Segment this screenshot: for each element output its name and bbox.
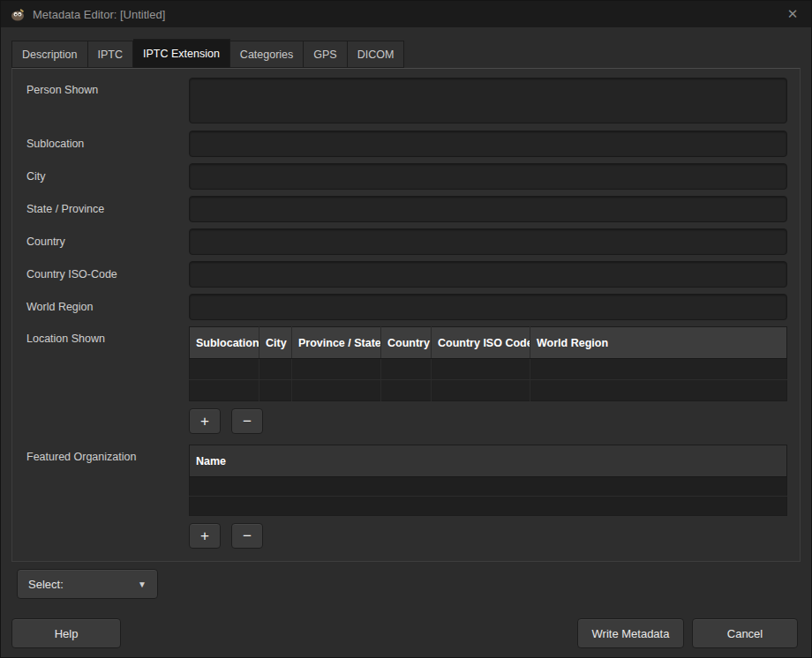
location-shown-row-2[interactable] bbox=[190, 380, 787, 401]
form-row-sublocation: Sublocation bbox=[26, 131, 787, 157]
cell[interactable] bbox=[259, 359, 292, 380]
country-iso-code-label: Country ISO-Code bbox=[26, 261, 189, 288]
cell[interactable] bbox=[381, 359, 432, 380]
location-shown-table-buttons: + − bbox=[189, 408, 787, 434]
tab-bar: Description IPTC IPTC Extension Categori… bbox=[1, 27, 811, 68]
cell[interactable] bbox=[530, 380, 787, 401]
tab-categories[interactable]: Categories bbox=[230, 41, 304, 68]
featured-organization-remove-button[interactable]: − bbox=[231, 523, 263, 549]
featured-organization-table-buttons: + − bbox=[189, 523, 787, 549]
cancel-button[interactable]: Cancel bbox=[692, 618, 798, 648]
cell[interactable] bbox=[190, 380, 259, 401]
cell[interactable] bbox=[292, 380, 381, 401]
help-button[interactable]: Help bbox=[11, 618, 121, 648]
featured-organization-row-2[interactable] bbox=[190, 497, 787, 516]
column-header-sublocation[interactable]: Sublocation bbox=[190, 327, 259, 359]
location-shown-remove-button[interactable]: − bbox=[231, 408, 263, 434]
dialog-action-bar: Help Write Metadata Cancel bbox=[11, 618, 798, 648]
gimp-wilber-icon bbox=[10, 8, 26, 21]
cell[interactable] bbox=[190, 359, 259, 380]
tab-dicom[interactable]: DICOM bbox=[348, 41, 405, 68]
state-province-input[interactable] bbox=[189, 196, 787, 222]
city-input[interactable] bbox=[189, 163, 787, 190]
form-row-location-shown: Location Shown Sublocation City Province… bbox=[26, 326, 787, 434]
form-row-state-province: State / Province bbox=[26, 196, 787, 222]
column-header-city[interactable]: City bbox=[259, 327, 292, 359]
chevron-down-icon: ▼ bbox=[138, 579, 147, 589]
select-row: Select: ▼ bbox=[17, 569, 811, 599]
cell[interactable] bbox=[432, 380, 530, 401]
form-row-country-iso-code: Country ISO-Code bbox=[26, 261, 787, 288]
country-iso-code-input[interactable] bbox=[189, 261, 787, 288]
location-shown-add-button[interactable]: + bbox=[189, 408, 221, 434]
column-header-name[interactable]: Name bbox=[190, 445, 787, 477]
featured-organization-add-button[interactable]: + bbox=[189, 523, 221, 549]
column-header-country-iso-code[interactable]: Country ISO Code bbox=[432, 327, 530, 359]
column-header-world-region[interactable]: World Region bbox=[530, 327, 787, 359]
tab-gps[interactable]: GPS bbox=[304, 41, 347, 68]
select-dropdown[interactable]: Select: ▼ bbox=[17, 569, 158, 599]
sublocation-label: Sublocation bbox=[26, 131, 189, 157]
cell[interactable] bbox=[190, 477, 787, 497]
tab-iptc-extension[interactable]: IPTC Extension bbox=[133, 39, 230, 68]
world-region-label: World Region bbox=[26, 294, 189, 320]
write-metadata-button[interactable]: Write Metadata bbox=[577, 618, 684, 648]
sublocation-input[interactable] bbox=[189, 131, 787, 157]
tab-iptc[interactable]: IPTC bbox=[88, 41, 133, 68]
country-label: Country bbox=[26, 228, 189, 255]
form-row-world-region: World Region bbox=[26, 294, 787, 320]
title-bar: Metadata Editor: [Untitled] ✕ bbox=[1, 1, 811, 27]
iptc-extension-panel: Person Shown Sublocation City State / Pr… bbox=[11, 68, 801, 562]
person-shown-label: Person Shown bbox=[26, 78, 189, 123]
location-shown-label: Location Shown bbox=[26, 326, 189, 434]
featured-organization-label: Featured Organization bbox=[26, 445, 189, 549]
column-header-country[interactable]: Country bbox=[381, 327, 432, 359]
cell[interactable] bbox=[259, 380, 292, 401]
metadata-editor-window: Metadata Editor: [Untitled] ✕ Descriptio… bbox=[0, 0, 812, 658]
featured-organization-table[interactable]: Name bbox=[189, 445, 787, 516]
form-row-featured-organization: Featured Organization Name + − bbox=[26, 445, 787, 549]
column-header-province-state[interactable]: Province / State bbox=[292, 327, 381, 359]
world-region-input[interactable] bbox=[189, 294, 787, 320]
cell[interactable] bbox=[432, 359, 530, 380]
select-dropdown-label: Select: bbox=[28, 578, 64, 591]
featured-organization-header-row: Name bbox=[190, 445, 787, 477]
tab-description[interactable]: Description bbox=[11, 41, 88, 68]
cell[interactable] bbox=[292, 359, 381, 380]
form-row-person-shown: Person Shown bbox=[26, 78, 787, 123]
featured-organization-row-1[interactable] bbox=[190, 477, 787, 497]
location-shown-header-row: Sublocation City Province / State Countr… bbox=[190, 327, 787, 359]
country-input[interactable] bbox=[189, 228, 787, 255]
window-title: Metadata Editor: [Untitled] bbox=[33, 8, 776, 21]
form-row-country: Country bbox=[26, 228, 787, 255]
cell[interactable] bbox=[530, 359, 787, 380]
location-shown-table[interactable]: Sublocation City Province / State Countr… bbox=[189, 326, 787, 401]
city-label: City bbox=[26, 163, 189, 190]
location-shown-row-1[interactable] bbox=[190, 359, 787, 380]
state-province-label: State / Province bbox=[26, 196, 189, 222]
cell[interactable] bbox=[190, 497, 787, 516]
cell[interactable] bbox=[381, 380, 432, 401]
person-shown-input[interactable] bbox=[189, 78, 787, 123]
close-icon[interactable]: ✕ bbox=[783, 4, 802, 24]
form-row-city: City bbox=[26, 163, 787, 190]
